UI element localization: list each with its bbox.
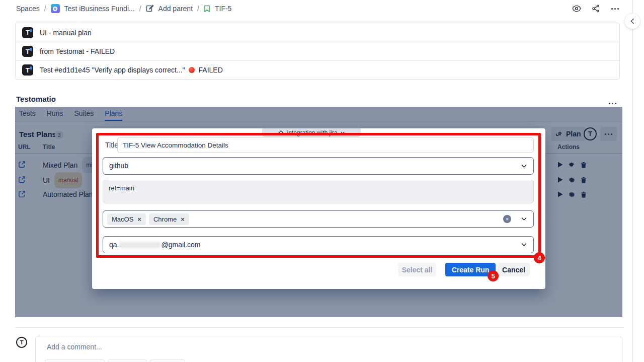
select-all-button[interactable]: Select all (398, 263, 436, 276)
chevron-down-icon (521, 164, 527, 168)
ellipsis-icon (609, 103, 616, 104)
chevron-left-icon (630, 18, 634, 24)
page: Spaces / Test iBusiness Fundi... / Add p… (0, 0, 644, 362)
run-title-input[interactable] (117, 137, 534, 153)
status-label: FAILED (199, 66, 223, 74)
source-select-value: github (109, 158, 128, 174)
breadcrumb-page-title[interactable]: TIF-5 (215, 5, 231, 13)
assignee-select[interactable]: qa.@gmail.com (103, 236, 534, 253)
breadcrumb-separator: / (197, 5, 199, 13)
annotation-step-5: 5 (488, 270, 499, 281)
sidebar-divider (632, 0, 633, 362)
list-item-title: UI - manual plan (40, 29, 92, 37)
space-avatar-icon (51, 4, 60, 13)
annotation-step-4: 4 (534, 252, 545, 263)
selected-tags: MacOS× Chrome× (107, 213, 189, 225)
remove-tag-icon[interactable]: × (137, 216, 141, 223)
list-item[interactable]: T Test #ed1d1e45 "Verify app displays co… (16, 60, 619, 79)
clear-all-icon[interactable]: × (503, 215, 511, 223)
testomat-logo-icon: T (22, 64, 33, 76)
create-run-modal: integration with jira Title: github ref=… (92, 128, 545, 289)
share-icon (592, 5, 600, 13)
cancel-button[interactable]: Cancel (498, 263, 530, 276)
share-button[interactable] (587, 2, 605, 16)
comment-placeholder: Add a comment... (47, 343, 102, 351)
breadcrumb-separator: / (44, 5, 46, 13)
edit-icon (146, 5, 154, 13)
breadcrumb-add-parent[interactable]: Add parent (158, 5, 193, 13)
chevron-down-icon (521, 218, 527, 221)
watch-button[interactable] (568, 2, 586, 16)
list-item-title: from Testomat - FAILED (40, 47, 115, 55)
more-actions-button[interactable] (606, 2, 624, 16)
integration-select[interactable]: integration with jira (262, 128, 361, 137)
assignee-select-value: qa.@gmail.com (109, 237, 200, 253)
breadcrumb-spaces[interactable]: Spaces (16, 5, 40, 13)
eye-icon (572, 5, 581, 12)
breadcrumb: Spaces / Test iBusiness Fundi... / Add p… (16, 4, 231, 14)
breadcrumb-space-name[interactable]: Test iBusiness Fundi... (64, 5, 135, 13)
comment-toolbar-button[interactable] (45, 359, 105, 362)
redacted-email-segment (119, 242, 160, 248)
comment-toolbar-button[interactable] (150, 359, 185, 362)
chevron-down-icon (341, 131, 345, 134)
chevron-down-icon (521, 243, 527, 247)
breadcrumb-separator: / (139, 5, 141, 13)
comments-divider (15, 327, 624, 328)
tag-chrome: Chrome× (149, 213, 189, 225)
home-icon (278, 130, 284, 135)
failed-status-dot-icon (189, 67, 195, 73)
comment-toolbar-button[interactable] (108, 359, 147, 362)
section-more-button[interactable] (609, 97, 616, 106)
section-title: Testomatio (16, 95, 56, 103)
list-item-title: Test #ed1d1e45 "Verify app displays corr… (40, 66, 185, 74)
run-params-textarea[interactable]: ref=main (103, 180, 534, 203)
environment-multiselect[interactable]: MacOS× Chrome× × (103, 210, 534, 228)
list-item[interactable]: T UI - manual plan (16, 23, 619, 42)
remove-tag-icon[interactable]: × (181, 216, 185, 223)
list-item[interactable]: T from Testomat - FAILED (16, 42, 619, 60)
comment-editor[interactable]: Add a comment... (35, 336, 622, 362)
tag-macos: MacOS× (107, 213, 146, 225)
integration-select-label: integration with jira (287, 129, 337, 136)
bookmark-icon (204, 5, 210, 13)
testomat-logo-icon: T (22, 27, 33, 38)
user-avatar: T (16, 337, 27, 348)
test-items-list: T UI - manual plan T from Testomat - FAI… (15, 23, 620, 80)
ellipsis-icon (611, 8, 619, 10)
collapse-panel-button[interactable] (625, 14, 640, 29)
testomat-logo-icon: T (22, 46, 33, 57)
source-select[interactable]: github (103, 157, 534, 175)
